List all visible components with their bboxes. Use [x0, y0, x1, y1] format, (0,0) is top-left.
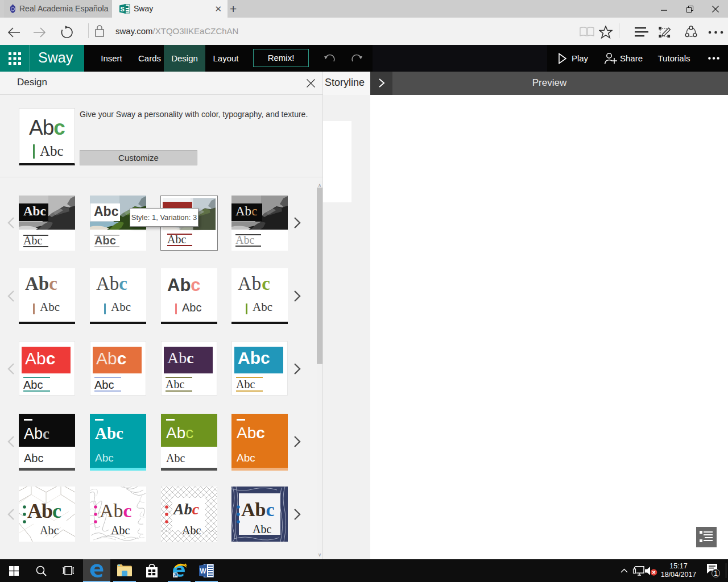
svg-text:S: S [121, 6, 125, 13]
svg-text:1: 1 [714, 569, 718, 577]
